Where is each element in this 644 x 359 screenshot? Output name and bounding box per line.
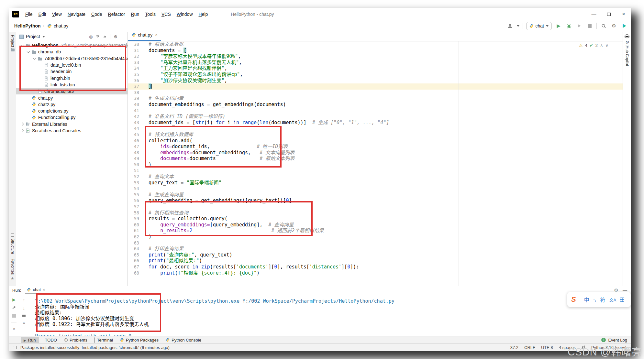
event-log-button[interactable]: Event Log (608, 338, 627, 343)
menu-code[interactable]: Code (88, 10, 105, 18)
menu-run[interactable]: Run (128, 10, 142, 18)
code-line-53[interactable]: 53query_text = "国际争端新闻" (128, 180, 623, 186)
stop-icon[interactable] (12, 314, 16, 319)
rerun-icon[interactable]: ▶ (12, 297, 16, 302)
code-line-38[interactable]: 38 (128, 90, 623, 96)
coverage-button[interactable] (576, 22, 583, 29)
line-number[interactable]: 53 (128, 180, 144, 186)
toolwindow-run[interactable]: ▶Run (21, 337, 39, 343)
more-actions-icon[interactable]: » (13, 326, 15, 331)
maximize-button[interactable] (601, 9, 616, 19)
line-number[interactable]: 30 (128, 41, 144, 48)
tree-item-external-libraries[interactable]: External Libraries (16, 121, 128, 127)
code-line-41[interactable]: 41 (128, 108, 623, 114)
run-config-selector[interactable]: chat (526, 22, 552, 30)
menu-edit[interactable]: Edit (36, 10, 49, 18)
line-number[interactable]: 52 (128, 174, 144, 180)
line-number[interactable]: 35 (128, 71, 144, 78)
editor-tab-chat-py[interactable]: chat.py × (128, 31, 161, 41)
line-number[interactable]: 33 (128, 60, 144, 66)
code-line-64[interactable]: 64# 打印查询结果 (128, 246, 623, 252)
code-line-42[interactable]: 42# 准备文档 ID (需要唯一标识符) (128, 114, 623, 120)
line-separator[interactable]: CRLF (524, 345, 535, 350)
ime-symbol-picker[interactable]: 符 (600, 296, 605, 303)
code-line-30[interactable]: 30# 原始文本数据 (128, 41, 623, 48)
project-view-dropdown-icon[interactable] (42, 36, 45, 38)
line-number[interactable]: 42 (128, 114, 144, 120)
run-button[interactable]: ▶ (555, 22, 562, 29)
user-icon[interactable] (506, 22, 514, 29)
up-stack-icon[interactable]: ↑ (23, 297, 25, 302)
console-output[interactable]: Y:\002_WorkSpace\PycharmProjects\pythonP… (29, 294, 631, 336)
line-number[interactable]: 46 (128, 138, 144, 144)
code-editor[interactable]: ⚠4 ✔2 ∧ ∨ 30# 原始文本数据31documents = [32 "李… (128, 41, 623, 286)
menu-file[interactable]: File (22, 10, 36, 18)
code-line-31[interactable]: 31documents = [ (128, 48, 623, 54)
expand-all-icon[interactable] (96, 35, 100, 38)
code-line-56[interactable]: 56query_embedding = get_embeddings([quer… (128, 198, 623, 204)
code-line-51[interactable]: 51 (128, 168, 623, 174)
line-number[interactable]: 51 (128, 168, 144, 174)
line-number[interactable]: 63 (128, 240, 144, 246)
tree-item-chroma-sqlite3[interactable]: chroma.sqlite3 (16, 88, 128, 94)
tool-tab-favorites[interactable]: Favorites ★ (10, 259, 15, 281)
line-number[interactable]: 55 (128, 192, 144, 198)
code-line-34[interactable]: 34 "王力宏回应是否想找新伴侣", (128, 65, 623, 71)
toolwindow-python-console[interactable]: Python Console (163, 337, 204, 343)
code-line-37[interactable]: 37] (128, 83, 623, 90)
stop-button[interactable] (586, 22, 593, 29)
tab-close-icon[interactable]: × (155, 32, 158, 37)
breadcrumb-project[interactable]: HelloPython (14, 23, 41, 28)
soft-wrap-icon[interactable] (22, 314, 26, 317)
code-line-63[interactable]: 63 (128, 240, 623, 246)
project-panel-title[interactable]: Project (26, 34, 40, 39)
tree-item-data-level0-bin[interactable]: data_level0.bin (16, 62, 128, 68)
line-number[interactable]: 61 (128, 228, 144, 234)
colorful-share-icon[interactable] (621, 22, 628, 29)
prev-issue-icon[interactable]: ∧ (600, 43, 603, 48)
line-number[interactable]: 54 (128, 186, 144, 192)
line-number[interactable]: 66 (128, 258, 144, 264)
sogou-icon[interactable]: S (571, 295, 576, 304)
close-button[interactable]: × (616, 9, 631, 19)
file-encoding[interactable]: UTF-8 (541, 345, 553, 350)
toolwindow-terminal[interactable]: Terminal (92, 337, 116, 343)
project-tree[interactable]: HelloPythonY:\002_WorkSpace\PycharmProje… (16, 41, 128, 286)
chevron-right-icon[interactable] (21, 123, 24, 126)
minimize-button[interactable]: — (586, 9, 601, 19)
line-number[interactable]: 32 (128, 53, 144, 60)
line-number[interactable]: 64 (128, 246, 144, 252)
line-number[interactable]: 39 (128, 95, 144, 102)
more-console-actions-icon[interactable]: » (23, 321, 25, 325)
code-line-65[interactable]: 65print("查询内容:", query_text) (128, 252, 623, 258)
code-line-60[interactable]: 60 query_embeddings=[query_embedding], #… (128, 222, 623, 228)
code-line-46[interactable]: 46collection.add( (128, 138, 623, 144)
code-line-43[interactable]: 43document_ids = [str(i) for i in range(… (128, 120, 623, 126)
search-everywhere-icon[interactable] (600, 22, 607, 29)
line-number[interactable]: 62 (128, 234, 144, 240)
menu-help[interactable]: Help (196, 10, 211, 18)
ime-language-toggle[interactable]: 中 (584, 296, 589, 303)
line-number[interactable]: 43 (128, 120, 144, 126)
toolwindow-toggle-icon[interactable] (13, 346, 17, 349)
tree-item-chat-py[interactable]: chat.py (16, 94, 128, 101)
chevron-down-icon[interactable] (27, 50, 30, 53)
code-line-67[interactable]: 67for doc, score in zip(results['documen… (128, 264, 623, 270)
menu-window[interactable]: Window (174, 10, 196, 18)
tree-item-hellopython[interactable]: HelloPythonY:\002_WorkSpace\PycharmProje… (16, 42, 128, 49)
code-line-36[interactable]: 36 "加沙停火协议关键时刻生变", (128, 78, 623, 84)
line-number[interactable]: 34 (128, 65, 144, 71)
line-number[interactable]: 67 (128, 264, 144, 270)
breadcrumb-file[interactable]: chat.py (54, 23, 68, 28)
line-number[interactable]: 65 (128, 252, 144, 258)
chevron-down-icon[interactable] (21, 43, 24, 47)
run-tab-close-icon[interactable]: × (43, 287, 45, 292)
chevron-down-icon[interactable] (33, 56, 36, 60)
code-line-54[interactable]: 54 (128, 186, 623, 192)
tool-tab-project[interactable]: Project (10, 35, 15, 51)
line-number[interactable]: 31 (128, 48, 144, 54)
tree-item-header-bin[interactable]: header.bin (16, 68, 128, 75)
caret-position[interactable]: 37:2 (510, 345, 518, 350)
line-number[interactable]: 48 (128, 150, 144, 156)
tree-item-chroma-db[interactable]: chroma_db (16, 49, 128, 55)
